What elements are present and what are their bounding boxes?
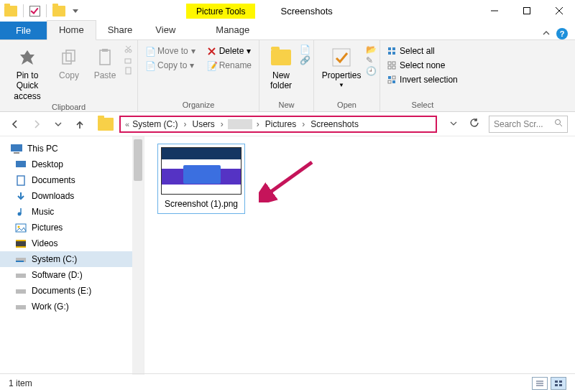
- tree-drive-c[interactable]: System (C:): [0, 251, 144, 267]
- edit-icon[interactable]: ✎: [366, 55, 375, 65]
- history-icon[interactable]: 🕘: [366, 66, 375, 75]
- properties-qat-icon[interactable]: [29, 6, 40, 17]
- svg-line-32: [560, 124, 562, 126]
- svg-point-40: [18, 225, 20, 228]
- svg-rect-26: [388, 76, 391, 79]
- group-clipboard: Pin to Quick access Copy Paste Clipboard: [0, 40, 138, 111]
- folder-icon[interactable]: [4, 6, 17, 17]
- svg-rect-53: [555, 381, 558, 383]
- crumb-users[interactable]: Users: [190, 119, 216, 129]
- tree-documents[interactable]: Documents: [0, 172, 144, 188]
- easy-access-icon[interactable]: 🔗: [300, 55, 309, 65]
- svg-rect-8: [102, 49, 108, 52]
- svg-rect-1: [523, 8, 530, 14]
- details-view-button[interactable]: [532, 377, 548, 390]
- invert-selection-button[interactable]: Invert selection: [385, 73, 461, 86]
- new-group-label: New: [264, 99, 309, 111]
- svg-rect-6: [66, 50, 75, 61]
- open-icon[interactable]: 📂: [366, 45, 375, 54]
- refresh-button[interactable]: [466, 118, 483, 130]
- content-area: This PC Desktop Documents Downloads Musi…: [0, 136, 575, 375]
- crumb-username[interactable]: [228, 119, 252, 129]
- svg-rect-14: [126, 67, 131, 74]
- up-button[interactable]: [72, 116, 88, 132]
- documents-icon: [14, 174, 27, 186]
- copy-button[interactable]: Copy: [52, 43, 86, 80]
- copy-to-button[interactable]: 📄Copy to ▾: [142, 59, 198, 72]
- select-none-button[interactable]: Select none: [385, 59, 461, 72]
- paste-button[interactable]: Paste: [88, 43, 122, 80]
- crumb-pictures[interactable]: Pictures: [264, 119, 298, 129]
- svg-rect-48: [16, 305, 26, 309]
- collapse-ribbon-icon[interactable]: [540, 28, 552, 39]
- crumb-screenshots[interactable]: Screenshots: [309, 119, 360, 129]
- tab-share[interactable]: Share: [96, 21, 144, 39]
- svg-rect-46: [16, 274, 26, 278]
- navigation-pane[interactable]: This PC Desktop Documents Downloads Musi…: [0, 136, 144, 375]
- quick-access-toolbar: [0, 4, 78, 17]
- tree-videos[interactable]: Videos: [0, 235, 144, 251]
- svg-rect-21: [392, 52, 395, 55]
- search-input[interactable]: Search Scr...: [489, 116, 568, 133]
- tree-drive-e[interactable]: Documents (E:): [0, 283, 144, 299]
- svg-marker-4: [20, 50, 34, 65]
- svg-rect-27: [392, 80, 395, 83]
- file-pane[interactable]: Screenshot (1).png: [144, 136, 575, 375]
- properties-label: Properties: [322, 70, 362, 80]
- properties-button[interactable]: Properties ▼: [318, 43, 364, 89]
- drive-icon: [14, 253, 27, 265]
- file-name: Screenshot (1).png: [161, 199, 242, 210]
- tab-view[interactable]: View: [144, 21, 187, 39]
- tree-drive-d[interactable]: Software (D:): [0, 267, 144, 283]
- tree-pictures[interactable]: Pictures: [0, 220, 144, 235]
- svg-rect-13: [125, 59, 131, 63]
- this-pc-icon: [10, 143, 23, 154]
- thumbnails-view-button[interactable]: [551, 377, 566, 390]
- invert-selection-icon: [387, 75, 397, 85]
- file-thumbnail: [161, 147, 242, 195]
- paste-shortcut-icon[interactable]: [124, 66, 133, 75]
- close-button[interactable]: [543, 0, 575, 22]
- tree-desktop[interactable]: Desktop: [0, 157, 144, 172]
- pin-to-quick-access-button[interactable]: Pin to Quick access: [4, 43, 50, 101]
- delete-button[interactable]: Delete ▾: [204, 45, 254, 57]
- breadcrumb-dropdown-icon[interactable]: [447, 119, 460, 129]
- new-item-icon[interactable]: 📄: [300, 45, 309, 54]
- rename-button[interactable]: 📝Rename: [204, 59, 254, 72]
- select-all-icon: [387, 47, 397, 56]
- maximize-button[interactable]: [510, 0, 543, 22]
- select-all-button[interactable]: Select all: [385, 45, 461, 57]
- move-to-button[interactable]: 📄Move to ▾: [142, 45, 198, 57]
- videos-icon: [14, 238, 27, 249]
- crumb-system-c[interactable]: System (C:): [131, 119, 179, 129]
- tree-scrollbar[interactable]: [132, 136, 144, 375]
- desktop-icon: [14, 159, 27, 170]
- search-icon: [554, 118, 563, 129]
- help-icon[interactable]: ?: [556, 28, 568, 39]
- tree-drive-g[interactable]: Work (G:): [0, 299, 144, 314]
- qat-dropdown-icon[interactable]: [73, 9, 78, 13]
- new-folder-button[interactable]: New folder: [264, 43, 298, 91]
- file-item-screenshot[interactable]: Screenshot (1).png: [157, 144, 245, 214]
- tab-file[interactable]: File: [0, 22, 47, 39]
- svg-rect-23: [392, 62, 395, 65]
- tree-this-pc[interactable]: This PC: [0, 141, 144, 157]
- open-extra: 📂 ✎ 🕘: [366, 43, 375, 75]
- back-button[interactable]: [7, 116, 23, 132]
- svg-rect-22: [388, 62, 391, 65]
- new-folder-qat-icon[interactable]: [52, 6, 65, 17]
- tree-downloads[interactable]: Downloads: [0, 188, 144, 204]
- tree-music[interactable]: Music: [0, 204, 144, 220]
- svg-rect-33: [11, 144, 22, 151]
- recent-locations-button[interactable]: [50, 116, 66, 132]
- tab-home[interactable]: Home: [47, 20, 96, 40]
- svg-rect-56: [559, 384, 562, 386]
- copy-path-icon[interactable]: [124, 55, 133, 65]
- cut-icon[interactable]: [124, 45, 133, 54]
- breadcrumb[interactable]: « System (C:)› Users› › Pictures› Screen…: [119, 116, 437, 133]
- addressbar-folder-icon[interactable]: [98, 118, 114, 131]
- svg-rect-5: [63, 53, 71, 64]
- forward-button[interactable]: [29, 116, 45, 132]
- tab-manage[interactable]: Manage: [204, 21, 261, 39]
- minimize-button[interactable]: [478, 0, 510, 22]
